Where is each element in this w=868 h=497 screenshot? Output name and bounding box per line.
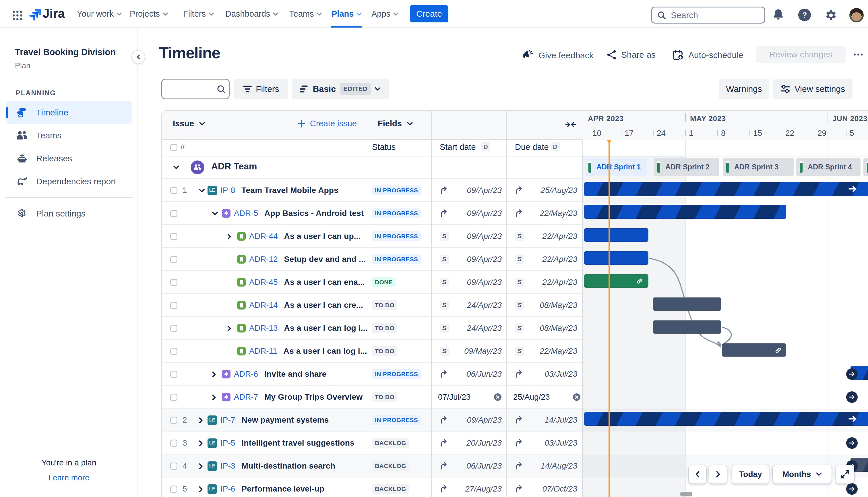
svg-text:?: ? xyxy=(802,11,807,19)
